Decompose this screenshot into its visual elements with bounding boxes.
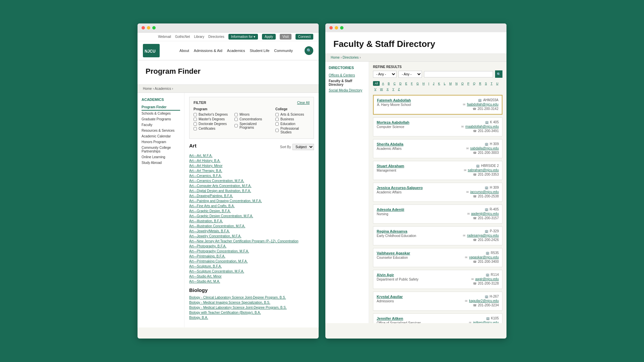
filter-doctorate[interactable]: Doctorate Degrees bbox=[194, 122, 228, 126]
alpha-b-button[interactable]: B bbox=[386, 81, 391, 86]
alpha-s-button[interactable]: S bbox=[484, 81, 488, 86]
minors-checkbox[interactable] bbox=[234, 113, 238, 116]
alpha-k-button[interactable]: K bbox=[437, 81, 441, 86]
program-item[interactable]: Art—Graphic Design Concentration, M.F.A. bbox=[189, 214, 314, 219]
filter-bachelors[interactable]: Bachelor's Degrees bbox=[194, 113, 228, 116]
alpha-e-button[interactable]: E bbox=[404, 81, 409, 86]
webmail-link[interactable]: Webmail bbox=[158, 35, 171, 39]
sidebar-item-graduate[interactable]: Graduate Programs bbox=[142, 116, 180, 122]
staff-name-adesola[interactable]: Adesola Adeniji bbox=[377, 207, 404, 212]
program-item[interactable]: Art—Studio Art, M.A. bbox=[189, 279, 314, 284]
visit-button[interactable]: Visit bbox=[280, 34, 291, 40]
about-nav-link[interactable]: About bbox=[179, 49, 189, 53]
refine-search-input[interactable] bbox=[424, 71, 493, 77]
alpha-o-button[interactable]: O bbox=[460, 81, 465, 86]
fsd-sidebar-social-media[interactable]: Social Media Directory bbox=[329, 87, 365, 93]
directories-link[interactable]: Directories bbox=[208, 35, 224, 39]
program-item[interactable]: Art—New Jersey Art Teacher Certification… bbox=[189, 239, 314, 244]
staff-name-jennifer[interactable]: Jennifer Aitken bbox=[377, 316, 421, 320]
bachelors-checkbox[interactable] bbox=[194, 113, 197, 116]
program-item[interactable]: Biology - Medical Imaging Science Specia… bbox=[189, 300, 314, 305]
business-checkbox[interactable] bbox=[275, 118, 279, 121]
filter-education[interactable]: Education bbox=[275, 122, 310, 126]
alpha-d-button[interactable]: D bbox=[398, 81, 403, 86]
student-life-nav-link[interactable]: Student Life bbox=[250, 49, 270, 53]
program-item[interactable]: Art—Computer Arts Concentration, M.F.A. bbox=[189, 183, 314, 188]
filter-masters[interactable]: Master's Degrees bbox=[194, 117, 228, 121]
filter-business[interactable]: Business bbox=[275, 117, 310, 121]
alpha-p-button[interactable]: P bbox=[466, 81, 471, 86]
staff-name-regina[interactable]: Regina Adesanya bbox=[377, 229, 416, 233]
filter-arts-sciences[interactable]: Arts & Sciences bbox=[275, 113, 310, 116]
masters-checkbox[interactable] bbox=[194, 118, 197, 121]
alpha-n-button[interactable]: N bbox=[454, 81, 459, 86]
alpha-u-button[interactable]: U bbox=[495, 81, 500, 86]
alpha-z-button[interactable]: Z bbox=[397, 87, 401, 92]
alpha-w-button[interactable]: W bbox=[379, 87, 384, 92]
academics-nav-link[interactable]: Academics bbox=[227, 49, 245, 53]
fsd-sidebar-offices[interactable]: Offices & Centers bbox=[329, 72, 365, 78]
doctorate-checkbox[interactable] bbox=[194, 122, 197, 126]
program-item[interactable]: Art—Drawing/Painting, B.F.A. bbox=[189, 193, 314, 198]
education-checkbox[interactable] bbox=[275, 122, 279, 126]
staff-email[interactable]: sabraham@njcu.edu bbox=[468, 168, 499, 172]
sidebar-item-online[interactable]: Online Learning bbox=[142, 154, 180, 160]
sidebar-item-program-finder[interactable]: Program Finder bbox=[142, 104, 180, 111]
concentrations-checkbox[interactable] bbox=[234, 118, 238, 121]
staff-name-morteza[interactable]: Morteza Aabdollah bbox=[377, 120, 409, 124]
program-item[interactable]: Art—Art History, Minor bbox=[189, 163, 314, 168]
staff-name-alvin[interactable]: Alvin Agir bbox=[377, 273, 419, 277]
staff-email[interactable]: faabdollah@njcu.edu bbox=[467, 103, 498, 106]
alpha-y-button[interactable]: Y bbox=[391, 87, 396, 92]
program-item[interactable]: Art—Printmaking, B.F.A. bbox=[189, 254, 314, 259]
staff-name-sherifa[interactable]: Sherifa Abdalla bbox=[377, 142, 404, 146]
apply-button[interactable]: Apply bbox=[262, 34, 276, 40]
alpha-c-button[interactable]: C bbox=[392, 81, 397, 86]
program-item[interactable]: Art—Ceramics, B.F.A. bbox=[189, 173, 314, 178]
staff-name-vaibhavee[interactable]: Vaibhavee Agaskar bbox=[377, 251, 410, 255]
filter-minors[interactable]: Minors bbox=[234, 113, 269, 116]
staff-name-stuart[interactable]: Stuart Abraham bbox=[377, 164, 404, 168]
search-button[interactable]: 🔍 bbox=[305, 46, 313, 55]
fsd-home-link[interactable]: Home bbox=[331, 56, 340, 59]
sidebar-item-faculty[interactable]: Faculty bbox=[142, 122, 180, 128]
program-item[interactable]: Biology, B.A. bbox=[189, 315, 314, 320]
sidebar-item-community-college[interactable]: Community College Partnerships bbox=[142, 145, 180, 154]
staff-email[interactable]: aagir@njcu.edu bbox=[475, 277, 499, 281]
program-item[interactable]: Art—Graphic Design, B.F.A. bbox=[189, 208, 314, 214]
program-item[interactable]: Art—Ceramics Concentration, M.F.A. bbox=[189, 178, 314, 183]
sidebar-item-study-abroad[interactable]: Study Abroad bbox=[142, 160, 180, 166]
program-item[interactable]: Biology - Medical Laboratory Science Joi… bbox=[189, 305, 314, 310]
alpha-x-button[interactable]: X bbox=[385, 87, 390, 92]
staff-email[interactable]: aadeniji@njcu.edu bbox=[471, 212, 499, 216]
minimize-dot[interactable] bbox=[147, 26, 150, 29]
staff-email[interactable]: maabdollah@njcu.edu bbox=[465, 125, 499, 128]
program-item[interactable]: Art—Sculpture Concentration, M.F.A. bbox=[189, 269, 314, 274]
staff-email[interactable]: jaccurso@njcu.edu bbox=[470, 190, 499, 194]
community-nav-link[interactable]: Community bbox=[274, 49, 293, 53]
professional-checkbox[interactable] bbox=[275, 129, 279, 132]
specialized-checkbox[interactable] bbox=[234, 124, 238, 127]
program-item[interactable]: Art—Art, M.F.A. bbox=[189, 153, 314, 158]
program-item[interactable]: Art—Illustration, B.F.A. bbox=[189, 219, 314, 224]
staff-name-fatemeh[interactable]: Fatemeh Aabdollah bbox=[377, 98, 411, 102]
program-item[interactable]: Art—Illustration Concentration, M.F.A. bbox=[189, 224, 314, 229]
alpha-m-button[interactable]: M bbox=[448, 81, 453, 86]
minimize-dot-right[interactable] bbox=[335, 26, 338, 29]
alpha-f-button[interactable]: F bbox=[410, 81, 414, 86]
refine-dropdown-1[interactable]: - Any - bbox=[373, 71, 396, 78]
staff-email[interactable]: vagaskar@njcu.edu bbox=[469, 255, 499, 259]
gothicnet-link[interactable]: GothicNet bbox=[175, 35, 190, 39]
alpha-l-button[interactable]: L bbox=[442, 81, 447, 86]
program-item[interactable]: Art—Digital Design and Illustration, B.F… bbox=[189, 188, 314, 193]
program-item[interactable]: Biology - Clinical Laboratory Science Jo… bbox=[189, 295, 314, 300]
program-item[interactable]: Biology with Teacher Certification (Biol… bbox=[189, 310, 314, 315]
program-item[interactable]: Art—Painting and Drawing Concentration, … bbox=[189, 198, 314, 203]
filter-certificates[interactable]: Certificates bbox=[194, 127, 228, 130]
sort-select[interactable]: Subject bbox=[292, 144, 314, 150]
certificates-checkbox[interactable] bbox=[194, 127, 197, 130]
alpha-a-button[interactable]: A bbox=[381, 81, 385, 86]
fsd-sidebar-faculty-staff[interactable]: Faculty & Staff Directory bbox=[329, 78, 365, 87]
filter-concentrations[interactable]: Concentrations bbox=[234, 117, 269, 121]
program-item[interactable]: Art—Jewelry Concentration, M.F.A. bbox=[189, 234, 314, 239]
